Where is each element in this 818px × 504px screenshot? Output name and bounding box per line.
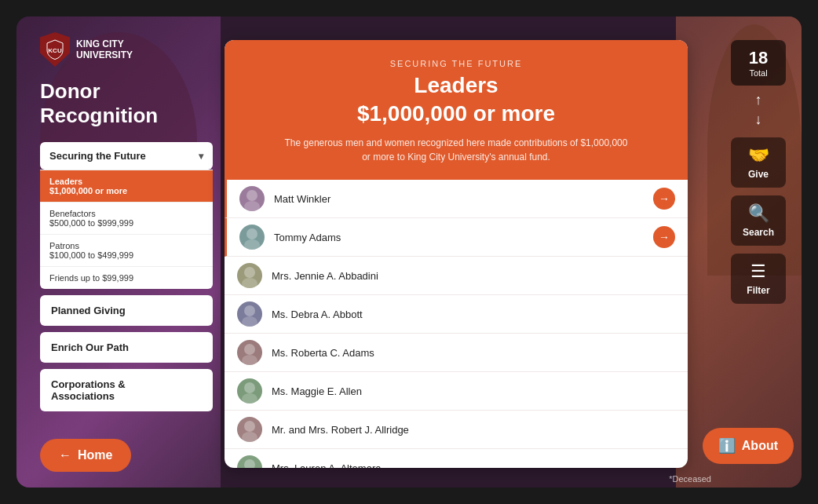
menu-item-leaders[interactable]: Leaders $1,000,000 or more	[40, 170, 213, 202]
svg-point-4	[244, 239, 260, 250]
total-box: 18 Total	[731, 40, 786, 86]
main-content: Securing the Future Leaders $1,000,000 o…	[225, 40, 688, 468]
give-label: Give	[737, 169, 780, 180]
donor-name: Mr. and Mrs. Robert J. Allridge	[272, 424, 675, 436]
svg-point-14	[242, 432, 257, 442]
svg-point-2	[244, 201, 260, 211]
nav-btn-enrich-our-path[interactable]: Enrich Our Path	[40, 332, 213, 363]
donor-row[interactable]: Mrs. Lauren A. Altemara	[225, 449, 688, 468]
search-label: Search	[737, 227, 780, 238]
about-button[interactable]: ℹ️ About	[703, 428, 794, 464]
donor-name: Tommy Adams	[274, 232, 653, 243]
menu-item-patrons[interactable]: Patrons $100,000 to $499,999	[40, 234, 213, 266]
avatar	[239, 186, 265, 211]
donor-name: Ms. Roberta C. Adams	[272, 347, 675, 359]
avatar	[237, 340, 262, 365]
donor-arrow-icon: →	[653, 188, 675, 210]
svg-point-6	[242, 278, 257, 288]
header-title: Leaders	[240, 73, 672, 98]
logo-text: King City University	[76, 38, 133, 61]
donor-name: Ms. Maggie E. Allen	[272, 385, 675, 397]
menu-item-sublabel: $1,000,000 or more	[49, 186, 203, 195]
menu-item-sublabel: $500,000 to $999,999	[49, 218, 203, 228]
svg-point-11	[244, 382, 255, 393]
home-label: Home	[78, 448, 112, 462]
home-button[interactable]: ← Home	[40, 439, 131, 472]
svg-point-1	[246, 190, 257, 201]
menu-item-label: Leaders	[49, 177, 203, 186]
total-label: Total	[739, 68, 778, 78]
give-icon: 🤝	[737, 145, 780, 166]
avatar	[237, 263, 262, 288]
avatar	[237, 378, 262, 404]
filter-icon: ☰	[737, 261, 780, 282]
give-button[interactable]: 🤝 Give	[731, 137, 786, 188]
deceased-note: *Deceased	[669, 474, 711, 484]
donor-recognition-title: DonorRecognition	[40, 79, 213, 128]
avatar	[239, 225, 265, 250]
svg-text:KCU: KCU	[48, 47, 62, 54]
donor-name: Mrs. Lauren A. Altemara	[272, 462, 675, 469]
donor-row[interactable]: Matt Winkler→	[225, 180, 688, 218]
dropdown-label: Securing the Future	[49, 150, 146, 162]
arrow-left-icon: ←	[59, 448, 71, 462]
donor-row[interactable]: Ms. Debra A. Abbott	[225, 295, 688, 334]
total-number: 18	[739, 48, 778, 68]
header-subtitle: Securing the Future	[240, 59, 672, 68]
nav-arrows: ↑ ↓	[755, 92, 762, 128]
right-panel: 18 Total ↑ ↓ 🤝 Give 🔍 Search ☰ Filter	[723, 40, 794, 468]
avatar	[237, 417, 262, 442]
logo-area: KCU King City University	[40, 32, 213, 67]
donor-row[interactable]: Tommy Adams→	[225, 218, 688, 257]
donor-row[interactable]: Mrs. Jennie A. Abbadini	[225, 257, 688, 295]
menu-item-sublabel: $100,000 to $499,999	[49, 250, 203, 260]
donor-row[interactable]: Ms. Roberta C. Adams	[225, 334, 688, 372]
svg-point-8	[242, 316, 257, 327]
chevron-down-icon: ▾	[199, 151, 203, 162]
svg-point-7	[244, 305, 255, 316]
svg-point-15	[244, 459, 255, 468]
donor-arrow-icon: →	[653, 226, 675, 248]
menu-item-label: Benefactors	[49, 209, 203, 218]
menu-item-benefactors[interactable]: Benefactors $500,000 to $999,999	[40, 202, 213, 234]
donor-row[interactable]: Mr. and Mrs. Robert J. Allridge	[225, 411, 688, 449]
svg-point-10	[242, 355, 257, 365]
search-button[interactable]: 🔍 Search	[731, 195, 786, 246]
search-icon: 🔍	[737, 203, 780, 224]
outer-frame: KCU King City University DonorRecognitio…	[16, 16, 802, 488]
svg-point-12	[242, 393, 257, 404]
nav-btn-planned-giving[interactable]: Planned Giving	[40, 295, 213, 326]
menu-item-label: Friends up to $99,999	[49, 273, 203, 283]
scroll-up-button[interactable]: ↑	[755, 92, 762, 108]
header-card: Securing the Future Leaders $1,000,000 o…	[225, 40, 688, 180]
donors-list: Matt Winkler→ Tommy Adams→ Mrs. Jennie A…	[225, 180, 688, 468]
dropdown-button[interactable]: Securing the Future ▾	[40, 142, 213, 170]
info-icon: ℹ️	[718, 437, 736, 455]
svg-point-9	[244, 344, 255, 355]
sidebar: KCU King City University DonorRecognitio…	[40, 32, 213, 472]
scroll-down-button[interactable]: ↓	[755, 111, 762, 128]
dropdown-menu: Leaders $1,000,000 or more Benefactors $…	[40, 170, 213, 289]
svg-point-13	[244, 421, 255, 432]
svg-point-5	[244, 267, 255, 278]
filter-button[interactable]: ☰ Filter	[731, 254, 786, 304]
about-label: About	[742, 439, 778, 453]
menu-item-friends[interactable]: Friends up to $99,999	[40, 266, 213, 289]
donor-name: Matt Winkler	[274, 193, 653, 205]
menu-item-label: Patrons	[49, 241, 203, 250]
svg-point-3	[246, 228, 257, 239]
filter-label: Filter	[737, 285, 780, 296]
header-amount: $1,000,000 or more	[240, 101, 672, 126]
donor-name: Ms. Debra A. Abbott	[272, 309, 675, 320]
header-description: The generous men and women recognized he…	[283, 136, 629, 164]
avatar	[237, 455, 262, 468]
donor-row[interactable]: Ms. Maggie E. Allen	[225, 372, 688, 411]
avatar	[237, 301, 262, 327]
nav-btn-corporations[interactable]: Corporations &Associations	[40, 369, 213, 411]
donor-name: Mrs. Jennie A. Abbadini	[272, 270, 675, 282]
logo-shield: KCU	[40, 32, 70, 67]
